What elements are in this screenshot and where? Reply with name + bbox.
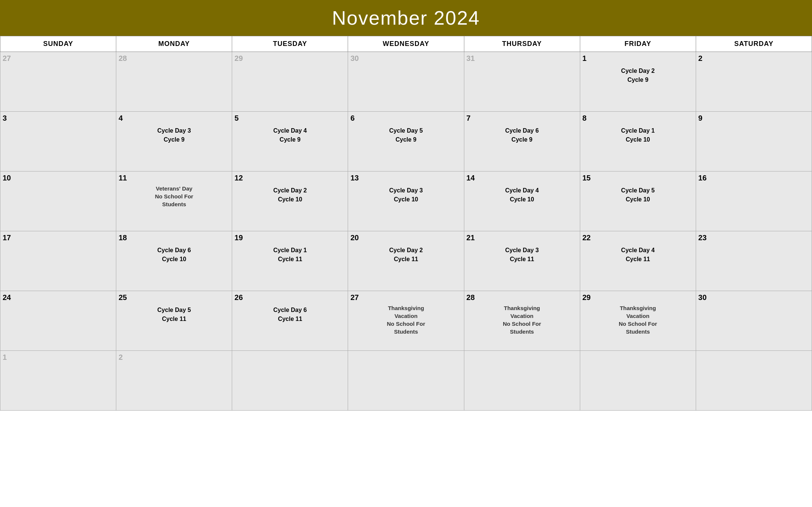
weekday-header: TUESDAY bbox=[232, 36, 348, 52]
weekday-header: SATURDAY bbox=[696, 36, 812, 52]
calendar-cell: 16 bbox=[696, 171, 812, 231]
calendar-cell: 7Cycle Day 6Cycle 9 bbox=[464, 112, 580, 171]
event-text: Cycle Day 5Cycle 11 bbox=[119, 306, 230, 324]
calendar-cell bbox=[232, 351, 348, 411]
calendar-cell: 20Cycle Day 2Cycle 11 bbox=[348, 231, 464, 291]
day-number: 16 bbox=[698, 174, 809, 182]
event-text: Cycle Day 3Cycle 9 bbox=[119, 126, 230, 144]
calendar-cell: 19Cycle Day 1Cycle 11 bbox=[232, 231, 348, 291]
calendar-cell bbox=[580, 351, 696, 411]
calendar-cell: 14Cycle Day 4Cycle 10 bbox=[464, 171, 580, 231]
day-number: 14 bbox=[467, 174, 578, 182]
event-text: Cycle Day 1Cycle 10 bbox=[582, 126, 693, 144]
day-number: 22 bbox=[582, 234, 693, 242]
calendar-cell: 13Cycle Day 3Cycle 10 bbox=[348, 171, 464, 231]
calendar-cell: 12Cycle Day 2Cycle 10 bbox=[232, 171, 348, 231]
day-number: 11 bbox=[119, 174, 230, 182]
calendar-cell: 23 bbox=[696, 231, 812, 291]
calendar-cell: 9 bbox=[696, 112, 812, 171]
calendar-cell bbox=[696, 351, 812, 411]
event-text: Cycle Day 2Cycle 10 bbox=[234, 186, 345, 204]
weekday-header: WEDNESDAY bbox=[348, 36, 464, 52]
calendar-cell bbox=[464, 351, 580, 411]
day-number: 6 bbox=[350, 114, 461, 123]
calendar-cell: 28ThanksgivingVacationNo School ForStude… bbox=[464, 291, 580, 351]
calendar-cell: 2 bbox=[116, 351, 232, 411]
event-text: Cycle Day 4Cycle 10 bbox=[467, 186, 578, 204]
calendar-cell: 27 bbox=[0, 52, 116, 112]
event-text: Cycle Day 2Cycle 11 bbox=[350, 246, 461, 264]
day-number: 28 bbox=[467, 293, 578, 302]
day-number: 26 bbox=[234, 293, 345, 302]
calendar-cell: 22Cycle Day 4Cycle 11 bbox=[580, 231, 696, 291]
calendar-cell: 18Cycle Day 6Cycle 10 bbox=[116, 231, 232, 291]
day-number: 23 bbox=[698, 234, 809, 242]
day-number: 1 bbox=[582, 54, 693, 63]
event-text: Cycle Day 2Cycle 9 bbox=[582, 67, 693, 84]
event-text: Cycle Day 6Cycle 9 bbox=[467, 126, 578, 144]
event-text: Cycle Day 4Cycle 11 bbox=[582, 246, 693, 264]
calendar-cell: 28 bbox=[116, 52, 232, 112]
calendar-cell bbox=[348, 351, 464, 411]
weekday-header: SUNDAY bbox=[0, 36, 116, 52]
day-number: 5 bbox=[234, 114, 345, 123]
calendar-container: November 2024 SUNDAYMONDAYTUESDAYWEDNESD… bbox=[0, 0, 812, 411]
weekday-header: THURSDAY bbox=[464, 36, 580, 52]
calendar-cell: 31 bbox=[464, 52, 580, 112]
calendar-cell: 30 bbox=[348, 52, 464, 112]
day-number: 12 bbox=[234, 174, 345, 182]
calendar-cell: 29 bbox=[232, 52, 348, 112]
calendar-cell: 6Cycle Day 5Cycle 9 bbox=[348, 112, 464, 171]
day-number: 25 bbox=[119, 293, 230, 302]
day-number: 30 bbox=[698, 293, 809, 302]
event-text: ThanksgivingVacationNo School ForStudent… bbox=[350, 304, 461, 336]
event-text: Cycle Day 4Cycle 9 bbox=[234, 126, 345, 144]
day-number: 7 bbox=[467, 114, 578, 123]
event-text: Cycle Day 6Cycle 10 bbox=[119, 246, 230, 264]
calendar-grid: SUNDAYMONDAYTUESDAYWEDNESDAYTHURSDAYFRID… bbox=[0, 36, 812, 411]
event-text: Cycle Day 5Cycle 9 bbox=[350, 126, 461, 144]
weekday-header: FRIDAY bbox=[580, 36, 696, 52]
calendar-cell: 1Cycle Day 2Cycle 9 bbox=[580, 52, 696, 112]
day-number: 24 bbox=[3, 293, 114, 302]
event-text: ThanksgivingVacationNo School ForStudent… bbox=[582, 304, 693, 336]
day-number: 13 bbox=[350, 174, 461, 182]
calendar-cell: 8Cycle Day 1Cycle 10 bbox=[580, 112, 696, 171]
weekday-header: MONDAY bbox=[116, 36, 232, 52]
day-number: 31 bbox=[467, 54, 578, 63]
calendar-cell: 15Cycle Day 5Cycle 10 bbox=[580, 171, 696, 231]
calendar-cell: 4Cycle Day 3Cycle 9 bbox=[116, 112, 232, 171]
day-number: 1 bbox=[3, 353, 114, 362]
calendar-title: November 2024 bbox=[0, 7, 812, 29]
calendar-cell: 11Veterans' DayNo School ForStudents bbox=[116, 171, 232, 231]
day-number: 10 bbox=[3, 174, 114, 182]
event-text: Cycle Day 3Cycle 10 bbox=[350, 186, 461, 204]
calendar-cell: 3 bbox=[0, 112, 116, 171]
day-number: 3 bbox=[3, 114, 114, 123]
event-text: Cycle Day 3Cycle 11 bbox=[467, 246, 578, 264]
day-number: 29 bbox=[582, 293, 693, 302]
day-number: 27 bbox=[3, 54, 114, 63]
day-number: 20 bbox=[350, 234, 461, 242]
calendar-cell: 2 bbox=[696, 52, 812, 112]
day-number: 2 bbox=[698, 54, 809, 63]
event-text: Cycle Day 1Cycle 11 bbox=[234, 246, 345, 264]
calendar-cell: 10 bbox=[0, 171, 116, 231]
day-number: 18 bbox=[119, 234, 230, 242]
calendar-cell: 5Cycle Day 4Cycle 9 bbox=[232, 112, 348, 171]
calendar-cell: 26Cycle Day 6Cycle 11 bbox=[232, 291, 348, 351]
day-number: 27 bbox=[350, 293, 461, 302]
day-number: 28 bbox=[119, 54, 230, 63]
calendar-cell: 24 bbox=[0, 291, 116, 351]
day-number: 4 bbox=[119, 114, 230, 123]
calendar-cell: 30 bbox=[696, 291, 812, 351]
event-text: ThanksgivingVacationNo School ForStudent… bbox=[467, 304, 578, 336]
calendar-cell: 29ThanksgivingVacationNo School ForStude… bbox=[580, 291, 696, 351]
day-number: 9 bbox=[698, 114, 809, 123]
calendar-cell: 17 bbox=[0, 231, 116, 291]
calendar-cell: 1 bbox=[0, 351, 116, 411]
event-text: Veterans' DayNo School ForStudents bbox=[119, 185, 230, 208]
calendar-cell: 21Cycle Day 3Cycle 11 bbox=[464, 231, 580, 291]
day-number: 19 bbox=[234, 234, 345, 242]
day-number: 21 bbox=[467, 234, 578, 242]
